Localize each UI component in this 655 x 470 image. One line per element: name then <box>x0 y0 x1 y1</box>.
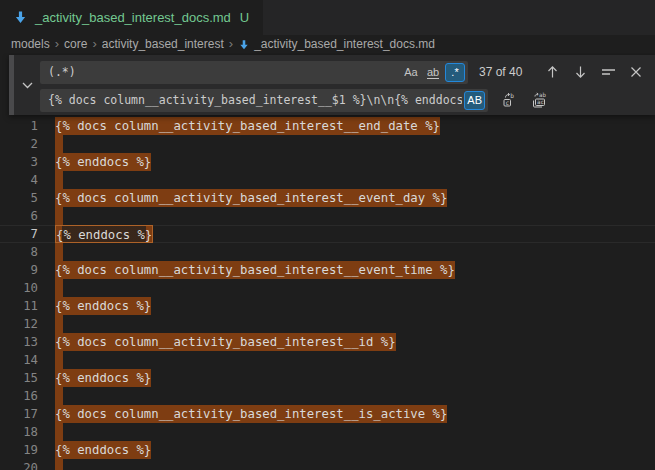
find-match-highlight: {% docs column__activity_based_interest_… <box>55 117 440 135</box>
code-line[interactable]: 17 {% docs column__activity_based_intere… <box>0 405 655 423</box>
find-results-count: 37 of 40 <box>479 65 522 79</box>
line-content[interactable] <box>55 351 63 369</box>
markdown-icon <box>238 39 250 51</box>
line-number[interactable]: 13 <box>0 333 38 351</box>
line-number[interactable]: 15 <box>0 369 38 387</box>
line-number[interactable]: 4 <box>0 171 38 189</box>
line-number[interactable]: 7 <box>0 225 38 243</box>
line-content[interactable]: {% enddocs %} <box>55 441 151 459</box>
regex-button[interactable]: .* <box>445 63 465 82</box>
code-line[interactable]: 5 {% docs column__activity_based_interes… <box>0 189 655 207</box>
line-number[interactable]: 11 <box>0 297 38 315</box>
find-match-highlight <box>55 423 63 441</box>
line-number[interactable]: 20 <box>0 459 38 470</box>
line-content[interactable]: {% docs column__activity_based_interest_… <box>55 189 447 207</box>
code-line[interactable]: 12 <box>0 315 655 333</box>
find-input[interactable]: (.*) Aa ab .* <box>40 61 468 84</box>
line-content[interactable] <box>55 315 63 333</box>
code-line[interactable]: 18 <box>0 423 655 441</box>
find-match-highlight <box>55 135 63 153</box>
line-content[interactable]: {% enddocs %} <box>55 297 151 315</box>
line-number[interactable]: 5 <box>0 189 38 207</box>
line-number[interactable]: 6 <box>0 207 38 225</box>
line-number[interactable]: 2 <box>0 135 38 153</box>
line-number[interactable]: 18 <box>0 423 38 441</box>
svg-text:ac: ac <box>537 99 544 105</box>
line-number[interactable]: 16 <box>0 387 38 405</box>
editor-tab[interactable]: _activity_based_interest_docs.md U <box>0 0 263 35</box>
line-number[interactable]: 19 <box>0 441 38 459</box>
line-content[interactable] <box>55 387 63 405</box>
find-match-highlight: {% enddocs %} <box>55 441 151 459</box>
markdown-icon <box>13 10 28 25</box>
code-line[interactable]: 3 {% enddocs %} <box>0 153 655 171</box>
code-line[interactable]: 8 <box>0 243 655 261</box>
line-number[interactable]: 12 <box>0 315 38 333</box>
git-status-badge: U <box>240 10 249 25</box>
line-number[interactable]: 1 <box>0 117 38 135</box>
line-content[interactable] <box>55 207 63 225</box>
whole-word-button[interactable]: ab <box>423 63 443 82</box>
code-line[interactable]: 15 {% enddocs %} <box>0 369 655 387</box>
replace-button[interactable]: b c <box>499 90 519 110</box>
match-case-button[interactable]: Aa <box>401 63 421 82</box>
line-content[interactable] <box>55 171 63 189</box>
code-line[interactable]: 2 <box>0 135 655 153</box>
line-number[interactable]: 9 <box>0 261 38 279</box>
find-match-highlight: {% docs column__activity_based_interest_… <box>55 405 447 423</box>
code-line[interactable]: 10 <box>0 279 655 297</box>
code-line[interactable]: 4 <box>0 171 655 189</box>
current-find-match: {% enddocs %} <box>55 225 153 243</box>
close-icon[interactable] <box>626 62 646 82</box>
line-number[interactable]: 8 <box>0 243 38 261</box>
code-line[interactable]: 11 {% enddocs %} <box>0 297 655 315</box>
find-match-highlight: {% enddocs %} <box>55 153 151 171</box>
code-line[interactable]: 7 {% enddocs %} <box>0 225 655 243</box>
breadcrumb-item-models[interactable]: models <box>11 37 50 51</box>
line-content[interactable]: {% docs column__activity_based_interest_… <box>55 117 440 135</box>
code-line[interactable]: 19 {% enddocs %} <box>0 441 655 459</box>
breadcrumb-item-file[interactable]: _activity_based_interest_docs.md <box>254 37 435 51</box>
code-line[interactable]: 16 <box>0 387 655 405</box>
line-content[interactable]: {% docs column__activity_based_interest_… <box>55 333 396 351</box>
breadcrumb: models › core › activity_based_interest … <box>0 35 655 53</box>
line-number[interactable]: 3 <box>0 153 38 171</box>
breadcrumb-item-core[interactable]: core <box>64 37 87 51</box>
toggle-replace-button[interactable] <box>14 55 40 115</box>
line-content[interactable] <box>55 423 63 441</box>
find-match-highlight: {% docs column__activity_based_interest_… <box>55 189 447 207</box>
tab-filename: _activity_based_interest_docs.md <box>35 10 231 25</box>
line-content[interactable] <box>55 459 63 470</box>
line-content[interactable]: {% docs column__activity_based_interest_… <box>55 261 455 279</box>
replace-all-button[interactable]: ab ac <box>528 90 548 110</box>
chevron-down-icon <box>22 82 33 89</box>
next-match-button[interactable] <box>570 62 590 82</box>
chevron-right-icon: › <box>92 36 96 51</box>
line-number[interactable]: 14 <box>0 351 38 369</box>
code-area: 1 {% docs column__activity_based_interes… <box>0 53 655 470</box>
line-number[interactable]: 17 <box>0 405 38 423</box>
chevron-right-icon: › <box>55 36 59 51</box>
line-content[interactable] <box>55 279 63 297</box>
code-line[interactable]: 1 {% docs column__activity_based_interes… <box>0 117 655 135</box>
find-in-selection-button[interactable] <box>598 62 618 82</box>
line-content[interactable]: {% enddocs %} <box>55 369 151 387</box>
line-content[interactable] <box>55 243 63 261</box>
line-content[interactable] <box>55 135 63 153</box>
svg-text:c: c <box>506 99 510 106</box>
breadcrumb-item-folder[interactable]: activity_based_interest <box>102 37 224 51</box>
code-line[interactable]: 20 <box>0 459 655 470</box>
find-match-highlight <box>55 387 63 405</box>
previous-match-button[interactable] <box>542 62 562 82</box>
code-line[interactable]: 13 {% docs column__activity_based_intere… <box>0 333 655 351</box>
replace-input[interactable]: {% docs column__activity_based_interest_… <box>40 89 488 112</box>
line-number[interactable]: 10 <box>0 279 38 297</box>
code-line[interactable]: 6 <box>0 207 655 225</box>
find-match-highlight <box>55 279 63 297</box>
preserve-case-button[interactable]: AB <box>464 91 485 110</box>
code-line[interactable]: 9 {% docs column__activity_based_interes… <box>0 261 655 279</box>
line-content[interactable]: {% enddocs %} <box>55 225 153 243</box>
line-content[interactable]: {% enddocs %} <box>55 153 151 171</box>
code-line[interactable]: 14 <box>0 351 655 369</box>
line-content[interactable]: {% docs column__activity_based_interest_… <box>55 405 447 423</box>
